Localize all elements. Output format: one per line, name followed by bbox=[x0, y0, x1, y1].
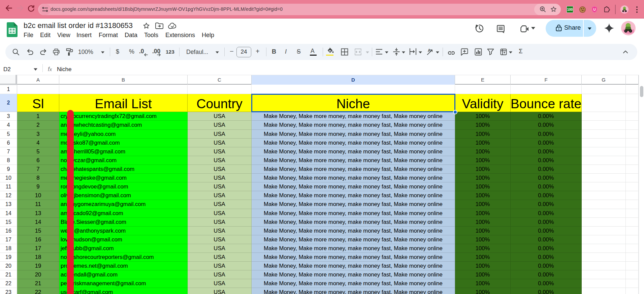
svg-text:A: A bbox=[428, 48, 431, 53]
svg-text:U: U bbox=[593, 8, 595, 11]
